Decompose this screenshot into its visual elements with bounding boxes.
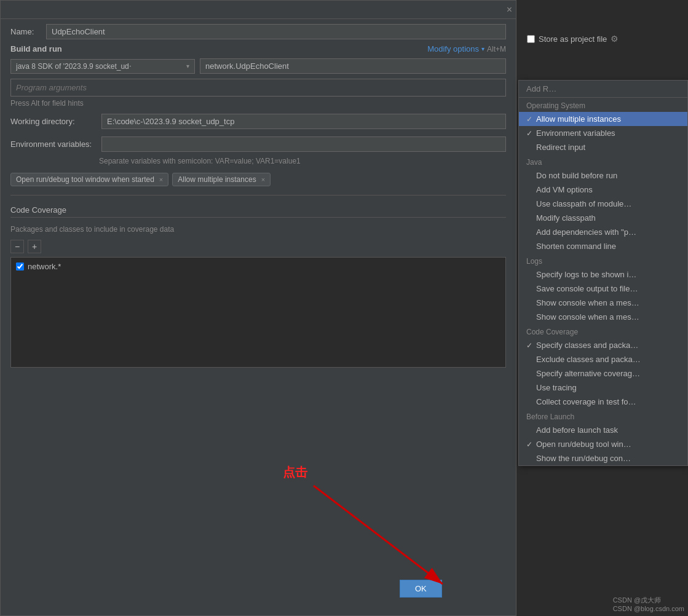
modify-classpath-label: Modify classpath [536, 213, 680, 223]
store-project-row: Store as project file ⚙ [520, 34, 688, 44]
tag-open-run-debug: Open run/debug tool window when started … [10, 173, 168, 186]
env-vars-input[interactable] [101, 136, 506, 152]
modify-options-bar: Modify options ▾ Alt+M [427, 44, 506, 53]
shorten-label: Shorten command line [536, 242, 680, 251]
sdk-select[interactable]: java 8 SDK of '2023.9.9 socket_ud‧ ▾ [10, 59, 195, 74]
dropdown-item-modify-classpath[interactable]: Modify classpath [519, 211, 687, 225]
specify-logs-label: Specify logs to be shown i… [536, 270, 680, 279]
dropdown-item-classpath-module[interactable]: Use classpath of module… [519, 197, 687, 211]
name-input[interactable] [46, 24, 506, 39]
code-coverage-section: Code Coverage Packages and classes to in… [1, 200, 516, 373]
divider-1 [10, 195, 506, 195]
allow-multiple-label: Allow multiple instances [536, 114, 680, 124]
dropdown-item-specify-logs[interactable]: Specify logs to be shown i… [519, 267, 687, 282]
name-label: Name: [10, 27, 41, 36]
coverage-item-network: network.* [14, 260, 503, 273]
dropdown-category-os: Operating System [519, 98, 687, 112]
add-coverage-button[interactable]: + [28, 240, 41, 253]
watermark-line1: CSDN @戊大师 [613, 596, 684, 605]
env-vars-check-icon: ✓ [526, 129, 536, 138]
dropdown-item-no-build[interactable]: Do not build before run [519, 168, 687, 183]
exclude-classes-label: Exclude classes and packa… [536, 355, 680, 364]
show-console-2-label: Show console when a mes… [536, 312, 680, 322]
coverage-item-label: network.* [28, 262, 61, 271]
specify-classes-label: Specify classes and packa… [536, 341, 680, 350]
field-hint: Press Alt for field hints [1, 97, 516, 110]
dropdown-item-collect-coverage[interactable]: Collect coverage in test fo… [519, 395, 687, 409]
sdk-value: java 8 SDK of '2023.9.9 socket_ud‧ [16, 62, 132, 71]
coverage-list: network.* [10, 257, 506, 368]
env-vars-dropdown-label: Environment variables [536, 128, 680, 138]
build-run-section-header: Build and run [10, 44, 62, 53]
watermark: CSDN @戊大师 CSDN @blog.csdn.com [609, 594, 688, 614]
tag-allow-multiple-label: Allow multiple instances [178, 175, 256, 184]
tag-allow-multiple: Allow multiple instances × [172, 173, 271, 186]
dropdown-item-allow-multiple[interactable]: ✓ Allow multiple instances [519, 112, 687, 126]
dropdown-category-coverage: Code Coverage [519, 324, 687, 338]
dropdown-category-java: Java [519, 154, 687, 168]
close-button[interactable]: × [507, 4, 512, 15]
vm-options-label: Add VM options [536, 185, 680, 194]
remove-coverage-button[interactable]: − [10, 240, 24, 253]
tags-row: Open run/debug tool window when started … [1, 169, 516, 190]
add-deps-label: Add dependencies with "p… [536, 227, 680, 237]
dropdown-add-r: Add R… [519, 81, 687, 98]
dropdown-item-add-before-launch[interactable]: Add before launch task [519, 423, 687, 437]
no-build-label: Do not build before run [536, 171, 680, 180]
tag-allow-multiple-close[interactable]: × [261, 176, 265, 183]
dropdown-item-alt-coverage[interactable]: Specify alternative coverag… [519, 366, 687, 381]
store-project-label: Store as project file [539, 34, 607, 44]
dropdown-category-before-launch: Before Launch [519, 409, 687, 423]
code-coverage-header: Code Coverage [10, 205, 506, 218]
coverage-desc: Packages and classes to include in cover… [10, 223, 506, 236]
main-class-input[interactable] [200, 58, 506, 74]
env-vars-row: Environment variables: [1, 133, 516, 156]
modify-options-label: Modify options [427, 44, 479, 53]
open-run-debug-win-label: Open run/debug tool win… [536, 440, 680, 449]
dropdown-item-open-run-debug-win[interactable]: ✓ Open run/debug tool win… [519, 437, 687, 451]
dropdown-item-redirect[interactable]: Redirect input [519, 140, 687, 154]
working-dir-row: Working directory: [1, 110, 516, 133]
add-before-launch-label: Add before launch task [536, 425, 680, 435]
dropdown-item-vm-options[interactable]: Add VM options [519, 183, 687, 197]
dialog-titlebar: × [1, 1, 516, 19]
watermark-line2: CSDN @blog.csdn.com [613, 605, 684, 612]
dropdown-item-add-deps[interactable]: Add dependencies with "p… [519, 225, 687, 239]
dropdown-item-show-console-2[interactable]: Show console when a mes… [519, 310, 687, 324]
modify-options-chevron: ▾ [481, 45, 484, 52]
program-arguments-input[interactable] [10, 79, 506, 97]
dropdown-category-logs: Logs [519, 253, 687, 267]
run-debug-dialog: × Name: Build and run Modify options ▾ A… [0, 0, 516, 616]
build-run-row: java 8 SDK of '2023.9.9 socket_ud‧ ▾ [1, 56, 516, 79]
show-run-debug-con-label: Show the run/debug con… [536, 454, 680, 463]
tag-open-run-debug-label: Open run/debug tool window when started [16, 175, 154, 184]
modify-options-button[interactable]: Modify options ▾ [427, 44, 484, 53]
sdk-chevron-icon: ▾ [186, 63, 189, 69]
coverage-item-checkbox[interactable] [16, 263, 24, 270]
dropdown-item-shorten[interactable]: Shorten command line [519, 239, 687, 253]
working-dir-label: Working directory: [10, 117, 97, 126]
alt-coverage-label: Specify alternative coverag… [536, 369, 680, 378]
collect-coverage-label: Collect coverage in test fo… [536, 397, 680, 406]
name-row: Name: [1, 19, 516, 44]
dropdown-item-use-tracing[interactable]: Use tracing [519, 381, 687, 395]
dropdown-item-show-run-debug-con[interactable]: Show the run/debug con… [519, 451, 687, 465]
coverage-toolbar: − + [10, 240, 506, 253]
use-tracing-label: Use tracing [536, 383, 680, 392]
env-vars-label: Environment variables: [10, 140, 97, 149]
working-dir-input[interactable] [101, 114, 506, 129]
dropdown-item-specify-classes[interactable]: ✓ Specify classes and packa… [519, 338, 687, 352]
store-project-checkbox[interactable] [527, 35, 535, 43]
tag-open-run-debug-close[interactable]: × [159, 176, 163, 183]
dropdown-item-show-console-1[interactable]: Show console when a mes… [519, 296, 687, 310]
allow-multiple-check-icon: ✓ [526, 115, 536, 124]
gear-icon[interactable]: ⚙ [611, 34, 619, 44]
save-console-label: Save console output to file… [536, 284, 680, 293]
dropdown-item-exclude-classes[interactable]: Exclude classes and packa… [519, 352, 687, 366]
dropdown-item-save-console[interactable]: Save console output to file… [519, 282, 687, 296]
dropdown-menu: Add R… Operating System ✓ Allow multiple… [518, 80, 688, 466]
ok-button[interactable]: OK [400, 580, 442, 598]
env-hint: Separate variables with semicolon: VAR=v… [1, 156, 516, 169]
show-console-1-label: Show console when a mes… [536, 298, 680, 307]
dropdown-item-env-vars[interactable]: ✓ Environment variables [519, 126, 687, 140]
